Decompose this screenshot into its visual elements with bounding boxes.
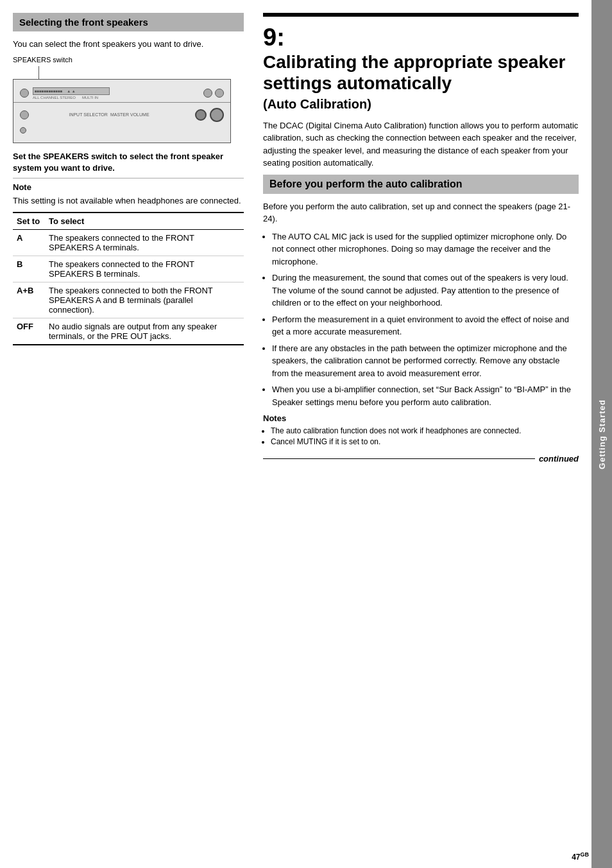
table-cell-set-to: A (13, 230, 45, 256)
left-bold-heading: Set the SPEAKERS switch to select the fr… (13, 151, 244, 174)
table-cell-description: The speakers connected to both the FRONT… (45, 282, 244, 318)
rec-label-input: INPUT SELECTOR (69, 112, 107, 117)
rec-circle-2 (203, 89, 212, 98)
note-item: The auto calibration function does not w… (271, 426, 579, 437)
before-intro-text: Before you perform the auto calibration,… (263, 200, 579, 225)
page-wrapper: Getting Started Selecting the front spea… (0, 0, 612, 868)
chapter-heading: 9: Calibrating the appropriate speaker s… (263, 24, 579, 112)
table-row: A+BThe speakers connected to both the FR… (13, 282, 244, 318)
before-section-box: Before you perform the auto calibration (263, 175, 579, 194)
col-set-to: Set to (13, 213, 45, 230)
left-column: Selecting the front speakers You can sel… (13, 13, 257, 855)
continued-line: continued (263, 454, 579, 464)
rec-bottom-right (193, 107, 225, 123)
table-row: OFFNo audio signals are output from any … (13, 318, 244, 345)
receiver-top-row: ■■■■■■■■■■■■ ▲ ▲ ALL CHANNEL STEREO MULT… (13, 86, 230, 103)
table-cell-set-to: B (13, 256, 45, 282)
right-column: 9: Calibrating the appropriate speaker s… (257, 13, 579, 855)
table-body: AThe speakers connected to the FRONT SPE… (13, 230, 244, 345)
bullet-item: Perform the measurement in a quiet envir… (272, 313, 579, 338)
table-cell-set-to: OFF (13, 318, 45, 345)
page-number-area: 47GB (572, 851, 589, 862)
content-area: Selecting the front speakers You can sel… (0, 0, 591, 868)
rec-bottom-left (19, 109, 30, 121)
side-tab: Getting Started (591, 0, 612, 868)
chapter-title: Calibrating the appropriate speaker sett… (263, 51, 579, 94)
left-section-title-text: Selecting the front speakers (19, 17, 148, 28)
table-row: AThe speakers connected to the FRONT SPE… (13, 230, 244, 256)
rec-sub-display: ALL CHANNEL STEREO MULTI IN (33, 96, 110, 100)
rec-big-circle-1 (210, 108, 224, 122)
rec-display: ■■■■■■■■■■■■ ▲ ▲ (33, 87, 110, 95)
rec-bottom-center: INPUT SELECTOR MASTER VOLUME (69, 112, 154, 117)
col-to-select: To select (45, 213, 244, 230)
rec-circle-1 (20, 89, 29, 98)
receiver-diagram-inner: ■■■■■■■■■■■■ ▲ ▲ ALL CHANNEL STEREO MULT… (13, 80, 230, 143)
side-tab-label: Getting Started (597, 399, 607, 469)
notes-heading: Notes (263, 413, 579, 423)
table-cell-set-to: A+B (13, 282, 45, 318)
rec-label-muting: MASTER VOLUME (110, 112, 149, 117)
rec-display-area: ■■■■■■■■■■■■ ▲ ▲ ALL CHANNEL STEREO MULT… (33, 87, 110, 100)
rec-right-controls (202, 87, 225, 99)
table-cell-description: The speakers connected to the FRONT SPEA… (45, 256, 244, 282)
left-intro-text: You can select the front speakers you wa… (13, 38, 244, 51)
divider-1 (13, 178, 244, 178)
rec-circle-3 (215, 89, 224, 98)
bullet-item: During the measurement, the sound that c… (272, 272, 579, 309)
table-row: BThe speakers connected to the FRONT SPE… (13, 256, 244, 282)
table-cell-description: The speakers connected to the FRONT SPEA… (45, 230, 244, 256)
speakers-switch-label: SPEAKERS switch (13, 56, 244, 64)
note-heading: Note (13, 182, 244, 192)
notes-list: The auto calibration function does not w… (271, 426, 579, 447)
bullet-item: When you use a bi-amplifier connection, … (272, 383, 579, 408)
receiver-diagram: ■■■■■■■■■■■■ ▲ ▲ ALL CHANNEL STEREO MULT… (13, 79, 231, 143)
connector-line (38, 66, 39, 79)
speakers-table: Set to To select AThe speakers connected… (13, 212, 244, 345)
rec-bottom-indicator (19, 126, 28, 136)
rec-circle-4 (20, 110, 29, 119)
continued-label: continued (539, 454, 579, 464)
rec-left-controls: ■■■■■■■■■■■■ ▲ ▲ ALL CHANNEL STEREO MULT… (19, 87, 112, 100)
page-suffix: GB (581, 851, 590, 858)
bullet-list: The AUTO CAL MIC jack is used for the su… (272, 230, 579, 409)
chapter-number: 9: (263, 24, 285, 51)
right-intro-text: The DCAC (Digital Cinema Auto Calibratio… (263, 119, 579, 169)
rec-knob-1 (195, 109, 207, 121)
note-item: Cancel MUTING if it is set to on. (271, 437, 579, 447)
page-number: 47 (572, 853, 580, 862)
bullet-item: The AUTO CAL MIC jack is used for the su… (272, 230, 579, 268)
chapter-subtitle: (Auto Calibration) (263, 97, 579, 112)
note-text: This setting is not available when headp… (13, 195, 244, 207)
right-top-bar (263, 13, 579, 17)
left-section-title-box: Selecting the front speakers (13, 13, 244, 31)
table-header-row: Set to To select (13, 213, 244, 230)
rec-circle-5 (20, 127, 26, 134)
bullet-item: If there are any obstacles in the path b… (272, 342, 579, 380)
table-cell-description: No audio signals are output from any spe… (45, 318, 244, 345)
receiver-bottom-row: INPUT SELECTOR MASTER VOLUME (13, 105, 230, 125)
table-head: Set to To select (13, 213, 244, 230)
before-section-title: Before you perform the auto calibration (269, 178, 572, 190)
